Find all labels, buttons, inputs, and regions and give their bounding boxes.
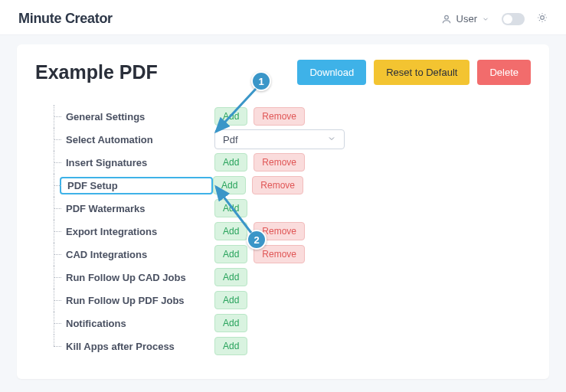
svg-point-0 [444, 15, 448, 19]
tree-row-label[interactable]: PDF Setup [60, 177, 213, 194]
tree-row-actions: Add [214, 268, 247, 286]
user-icon [441, 14, 452, 24]
tree-row: Insert SignaturesAddRemove [35, 151, 531, 174]
chevron-down-icon [482, 15, 489, 23]
tree-row-label[interactable]: General Settings [61, 111, 214, 122]
tree-row: Select AutomationPdf [35, 128, 531, 151]
add-button[interactable]: Add [214, 268, 247, 286]
add-button[interactable]: Add [213, 176, 246, 194]
user-menu[interactable]: User [441, 13, 489, 24]
add-button[interactable]: Add [214, 314, 247, 332]
add-button[interactable]: Add [214, 337, 247, 355]
tree-row-label[interactable]: Kill Apps after Process [61, 341, 214, 352]
topbar-right: User [441, 12, 548, 26]
tree-row: PDF SetupAddRemove [35, 174, 531, 197]
tree-row-label[interactable]: PDF Watermarks [61, 203, 214, 214]
tree-row-actions: AddRemove [213, 176, 303, 194]
add-button[interactable]: Add [214, 107, 247, 126]
tree-row-actions: AddRemove [214, 107, 305, 126]
page-title: Example PDF [35, 61, 158, 83]
download-button[interactable]: Download [297, 60, 366, 85]
add-button[interactable]: Add [214, 291, 247, 309]
tree-row-label[interactable]: Select Automation [61, 134, 214, 145]
tree-row-actions: Add [214, 291, 247, 309]
add-button[interactable]: Add [214, 199, 247, 217]
remove-button[interactable]: Remove [254, 107, 305, 126]
settings-tree: General SettingsAddRemoveSelect Automati… [35, 105, 531, 358]
app-logo: Minute Creator [18, 11, 113, 27]
annotation-badge-2: 2 [247, 230, 267, 250]
tree-row: Run Follow Up PDF JobsAdd [35, 289, 531, 312]
delete-button[interactable]: Delete [477, 60, 531, 85]
tree-row-label[interactable]: Run Follow Up PDF Jobs [61, 295, 214, 306]
tree-row-label[interactable]: Run Follow Up CAD Jobs [61, 272, 214, 283]
tree-row-label[interactable]: Notifications [61, 318, 214, 329]
tree-row-actions: Add [214, 337, 247, 355]
reset-button[interactable]: Reset to Default [374, 60, 469, 85]
tree-row: Run Follow Up CAD JobsAdd [35, 266, 531, 289]
tree-row: General SettingsAddRemove [35, 105, 531, 128]
tree-row-label[interactable]: Insert Signatures [61, 157, 214, 168]
annotation-badge-1: 1 [251, 71, 271, 91]
sun-icon[interactable] [537, 12, 548, 26]
automation-select[interactable]: Pdf [214, 129, 345, 149]
tree-row-label[interactable]: Export Integrations [61, 226, 214, 237]
remove-button[interactable]: Remove [254, 153, 305, 172]
add-button[interactable]: Add [214, 153, 247, 172]
svg-point-1 [541, 15, 545, 19]
select-value: Pdf [223, 134, 238, 145]
user-label: User [456, 13, 477, 24]
tree-row-actions: AddRemove [214, 153, 305, 172]
tree-row: NotificationsAdd [35, 312, 531, 335]
tree-row-actions: Add [214, 314, 247, 332]
tree-row-actions: Pdf [214, 129, 345, 149]
main-card: Example PDF Download Reset to Default De… [17, 44, 549, 379]
add-button[interactable]: Add [214, 222, 247, 240]
tree-row: CAD IntegrationsAddRemove [35, 243, 531, 266]
tree-row-label[interactable]: CAD Integrations [61, 249, 214, 260]
toggle-knob [503, 15, 512, 24]
tree-row: PDF WatermarksAdd [35, 197, 531, 220]
top-bar: Minute Creator User [0, 0, 566, 35]
add-button[interactable]: Add [214, 245, 247, 263]
chevron-down-icon [327, 134, 336, 145]
tree-row-actions: Add [214, 199, 247, 217]
tree-row: Export IntegrationsAddRemove [35, 220, 531, 243]
remove-button[interactable]: Remove [252, 176, 303, 194]
theme-toggle[interactable] [502, 13, 525, 25]
tree-row: Kill Apps after ProcessAdd [35, 335, 531, 358]
